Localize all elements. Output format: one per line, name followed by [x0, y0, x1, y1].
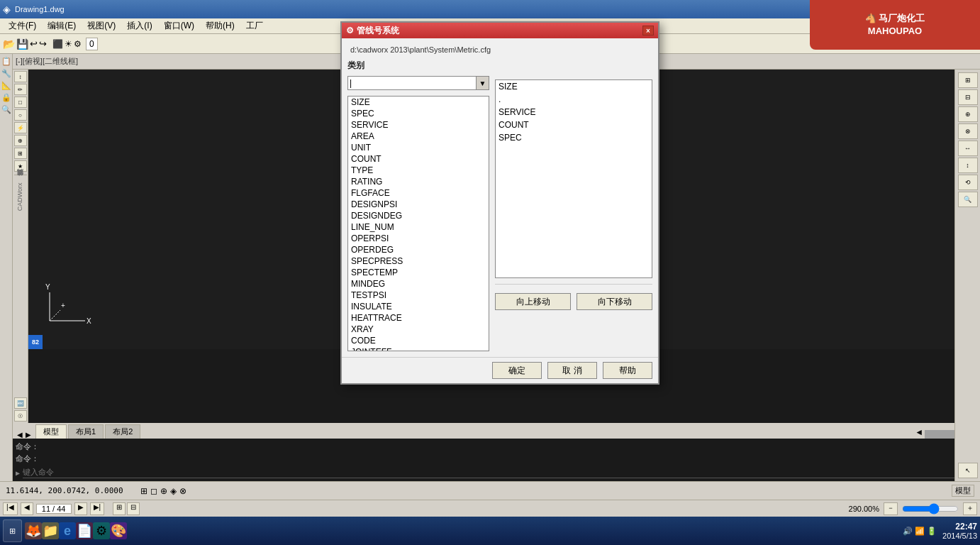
category-item[interactable]: OPERPSI [348, 233, 489, 244]
category-item[interactable]: DESIGNPSI [348, 199, 489, 210]
side-tool-5[interactable]: ↔ [958, 141, 978, 156]
category-dropdown-arrow[interactable]: ▼ [477, 76, 489, 90]
taskbar-firefox[interactable]: 🦊 [25, 522, 42, 539]
menu-file[interactable]: 文件(F) [3, 18, 42, 33]
selected-item[interactable]: COUNT [496, 119, 652, 131]
side-tool-6[interactable]: ↕ [958, 158, 978, 173]
selected-item[interactable]: SERVICE [496, 106, 652, 119]
taskbar-pdf[interactable]: 📄 [76, 522, 93, 539]
category-item[interactable]: TYPE [348, 165, 489, 176]
status-icon-5[interactable]: ⊗ [179, 486, 186, 496]
category-item[interactable]: HEATTRACE [348, 312, 489, 324]
move-up-button[interactable]: 向上移动 [495, 293, 571, 310]
menu-insert[interactable]: 插入(I) [121, 18, 157, 33]
side-tool-1[interactable]: ⊞ [958, 72, 978, 88]
taskbar-ie[interactable]: e [59, 522, 76, 539]
selected-item[interactable]: . [496, 93, 652, 106]
start-button[interactable]: ⊞ [3, 519, 22, 542]
taskbar-folder[interactable]: 📁 [42, 522, 59, 539]
taskbar-app4[interactable]: ⚙ [93, 522, 110, 539]
help-button[interactable]: 帮助 [603, 362, 652, 379]
category-item[interactable]: AREA [348, 131, 489, 142]
zoom-out[interactable]: － [884, 502, 898, 515]
cad-tool-8[interactable]: ★ [14, 160, 27, 172]
category-item[interactable]: OPERDEG [348, 244, 489, 255]
toolbar-icon-undo[interactable]: ↩ [30, 38, 38, 49]
cad-tool-2[interactable]: ✏ [14, 84, 27, 95]
toolbar-icon-open[interactable]: 📂 [3, 38, 15, 50]
layout-icon-2[interactable]: ⊟ [127, 502, 140, 515]
left-strip-icon-2[interactable]: 🔧 [1, 69, 11, 78]
toolbar-icon-1[interactable]: ⬛ [52, 39, 63, 49]
left-strip-icon-3[interactable]: 📐 [1, 81, 11, 90]
zoom-in[interactable]: ＋ [963, 502, 977, 515]
side-tool-7[interactable]: ⟲ [958, 175, 978, 190]
category-item[interactable]: SIZE [348, 97, 489, 108]
taskbar-app5[interactable]: 🎨 [110, 522, 127, 539]
menu-factory[interactable]: 工厂 [240, 18, 269, 33]
cad-tool-1[interactable]: ↕ [14, 71, 27, 82]
selected-list[interactable]: SIZE.SERVICECOUNTSPEC [495, 79, 652, 278]
left-strip-icon-5[interactable]: 🔍 [1, 105, 11, 114]
side-tool-2[interactable]: ⊟ [958, 89, 978, 105]
selected-item[interactable]: SIZE [496, 80, 652, 93]
toolbar-icon-save[interactable]: 💾 [16, 38, 28, 50]
ok-button[interactable]: 确定 [492, 362, 542, 379]
status-model[interactable]: 模型 [952, 485, 974, 497]
menu-view[interactable]: 视图(V) [82, 18, 121, 33]
category-item[interactable]: SERVICE [348, 119, 489, 131]
toolbar-icon-2[interactable]: ☀ [65, 39, 72, 49]
status-icon-2[interactable]: ◻ [150, 486, 157, 496]
command-input[interactable] [23, 467, 977, 478]
menu-help[interactable]: 帮助(H) [200, 18, 240, 33]
cad-tool-6[interactable]: ⊕ [14, 135, 27, 146]
category-item[interactable]: JOINTEFF [348, 346, 489, 351]
cad-tool-4[interactable]: ○ [14, 109, 27, 121]
cad-tool-9[interactable]: 🔤 [14, 397, 27, 409]
toolbar-icon-3[interactable]: ⚙ [74, 39, 82, 49]
tab-nav-right[interactable]: ▶ [24, 431, 33, 439]
category-item[interactable]: MINDEG [348, 278, 489, 290]
category-item[interactable]: CODE [348, 335, 489, 346]
side-tool-8[interactable]: 🔍 [958, 192, 978, 207]
category-item[interactable]: TESTPSI [348, 290, 489, 301]
nav-next[interactable]: ▶ [74, 502, 87, 515]
category-item[interactable]: INSULATE [348, 301, 489, 312]
category-item[interactable]: SPECTEMP [348, 267, 489, 278]
side-tool-4[interactable]: ⊗ [958, 123, 978, 139]
menu-window[interactable]: 窗口(W) [158, 18, 200, 33]
nav-last[interactable]: ▶| [90, 502, 105, 515]
cad-tool-7[interactable]: ⊞ [14, 148, 27, 159]
left-strip-icon-1[interactable]: 📋 [1, 57, 11, 66]
selected-item[interactable]: SPEC [496, 131, 652, 144]
menu-edit[interactable]: 编辑(E) [42, 18, 82, 33]
canvas-scroll-left[interactable]: ◄ [915, 427, 923, 439]
nav-prev[interactable]: ◀ [21, 502, 33, 515]
category-item[interactable]: UNIT [348, 142, 489, 153]
status-icon-1[interactable]: ⊞ [140, 486, 147, 496]
cad-tool-5[interactable]: ⚡ [14, 122, 27, 133]
move-down-button[interactable]: 向下移动 [577, 293, 652, 310]
category-item[interactable]: SPECPRESS [348, 255, 489, 267]
dialog-close-button[interactable]: × [642, 26, 654, 35]
nav-first[interactable]: |◀ [3, 502, 18, 515]
cancel-button[interactable]: 取 消 [547, 362, 597, 379]
status-icon-3[interactable]: ⊕ [160, 486, 167, 496]
tab-nav-left[interactable]: ◀ [16, 431, 24, 439]
category-item[interactable]: FLGFACE [348, 187, 489, 199]
side-tool-9[interactable]: ↖ [958, 463, 978, 478]
tab-layout2[interactable]: 布局2 [105, 424, 140, 439]
category-item[interactable]: LINE_NUM [348, 221, 489, 233]
tab-layout1[interactable]: 布局1 [68, 424, 104, 439]
layout-icon-1[interactable]: ⊞ [113, 502, 126, 515]
category-item[interactable]: RATING [348, 176, 489, 187]
tab-model[interactable]: 模型 [35, 424, 67, 439]
category-item[interactable]: SPEC [348, 108, 489, 119]
cad-tool-10[interactable]: ☉ [14, 410, 27, 422]
toolbar-icon-redo[interactable]: ↪ [39, 38, 47, 49]
category-item[interactable]: XRAY [348, 324, 489, 335]
category-list[interactable]: SIZESPECSERVICEAREAUNITCOUNTTYPERATINGFL… [347, 96, 489, 351]
cad-tool-3[interactable]: □ [14, 97, 27, 108]
category-item[interactable]: DESIGNDEG [348, 210, 489, 221]
status-icon-4[interactable]: ◈ [170, 486, 177, 496]
